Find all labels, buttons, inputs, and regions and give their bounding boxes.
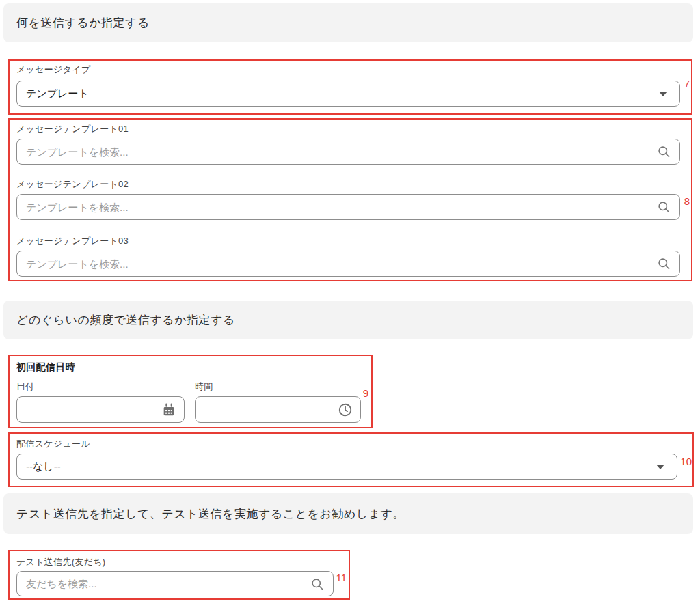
time-input[interactable] bbox=[195, 396, 361, 423]
test-target-search-field bbox=[16, 571, 334, 596]
section-header-test: テスト送信先を指定して、テスト送信を実施することをお勧めします。 bbox=[3, 493, 693, 534]
annotation-number-7: 7 bbox=[684, 79, 690, 89]
annotated-region-7: メッセージタイプ テンプレート 7 bbox=[8, 59, 692, 115]
annotation-number-8: 8 bbox=[684, 196, 690, 206]
template-03-label: メッセージテンプレート03 bbox=[16, 235, 129, 247]
test-target-search-input[interactable] bbox=[16, 571, 334, 596]
template-02-label: メッセージテンプレート02 bbox=[16, 178, 129, 191]
test-target-label: テスト送信先(友だち) bbox=[16, 556, 105, 568]
annotation-number-9: 9 bbox=[363, 388, 368, 398]
annotated-region-10: 配信スケジュール --なし-- 10 bbox=[8, 432, 694, 487]
chevron-down-icon bbox=[656, 465, 664, 469]
date-field bbox=[16, 396, 185, 423]
time-field bbox=[195, 396, 361, 423]
date-input[interactable] bbox=[16, 396, 185, 423]
schedule-select[interactable]: --なし-- bbox=[16, 454, 677, 480]
time-label: 時間 bbox=[195, 380, 213, 393]
template-01-search-field bbox=[16, 139, 680, 165]
section-header-frequency: どのぐらいの頻度で送信するか指定する bbox=[3, 301, 693, 339]
chevron-down-icon bbox=[659, 92, 667, 96]
template-01-label: メッセージテンプレート01 bbox=[16, 123, 129, 135]
message-type-value: テンプレート bbox=[26, 87, 89, 100]
annotated-region-9: 初回配信日時 日付 時間 bbox=[8, 355, 373, 428]
annotated-region-8: メッセージテンプレート01 メッセージテンプレート02 メッセージテンプレート0… bbox=[8, 118, 692, 281]
date-label: 日付 bbox=[16, 380, 35, 393]
template-02-search-field bbox=[16, 194, 680, 220]
schedule-label: 配信スケジュール bbox=[16, 438, 90, 450]
message-type-label: メッセージタイプ bbox=[16, 64, 91, 76]
section-header-what: 何を送信するか指定する bbox=[3, 3, 693, 42]
message-send-form: 何を送信するか指定する メッセージタイプ テンプレート 7 メッセージテンプレー… bbox=[0, 0, 700, 610]
section-header-test-text: テスト送信先を指定して、テスト送信を実施することをお勧めします。 bbox=[16, 506, 405, 522]
template-03-search-field bbox=[16, 251, 680, 277]
template-01-search-input[interactable] bbox=[16, 139, 680, 165]
annotated-region-11: テスト送信先(友だち) 11 bbox=[8, 550, 350, 600]
section-header-frequency-text: どのぐらいの頻度で送信するか指定する bbox=[16, 312, 235, 328]
annotation-number-10: 10 bbox=[680, 456, 692, 467]
message-type-select[interactable]: テンプレート bbox=[16, 81, 680, 107]
template-02-search-input[interactable] bbox=[16, 194, 680, 220]
first-delivery-title: 初回配信日時 bbox=[16, 361, 75, 374]
annotation-number-11: 11 bbox=[336, 572, 347, 583]
section-header-what-text: 何を送信するか指定する bbox=[16, 15, 150, 31]
schedule-value: --なし-- bbox=[26, 460, 61, 473]
template-03-search-input[interactable] bbox=[16, 251, 680, 277]
